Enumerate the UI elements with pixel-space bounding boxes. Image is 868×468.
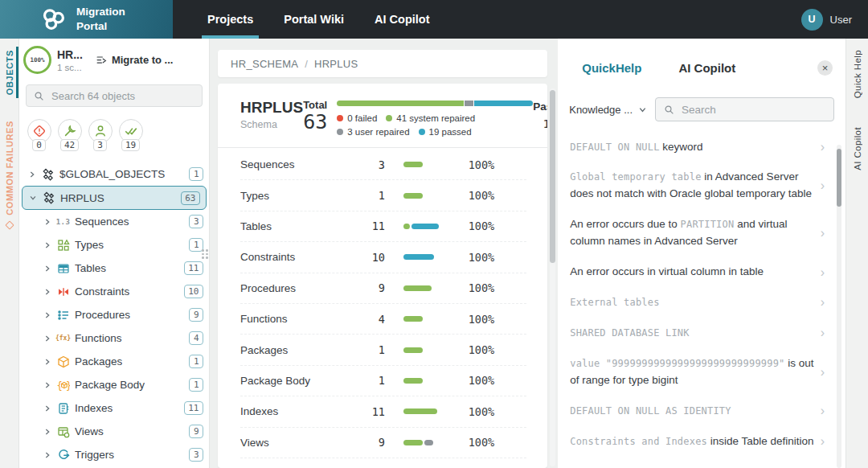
tree-item-label: Constraints xyxy=(75,285,129,298)
quickhelp-item[interactable]: External tables› xyxy=(570,288,825,318)
quickhelp-item[interactable]: An error occurs due to PARTITION and vir… xyxy=(570,210,825,257)
object-row-constraints[interactable]: Constraints10100% xyxy=(240,242,526,273)
object-count: 11 xyxy=(353,405,385,418)
object-type-label: Functions xyxy=(240,313,353,325)
object-row-views[interactable]: Views9100% xyxy=(240,428,526,458)
rail-tab-quick-help[interactable]: Quick Help xyxy=(853,50,862,98)
count-badge: 3 xyxy=(189,215,203,228)
quickhelp-item[interactable]: An error occurs in virtual column in tab… xyxy=(570,257,825,288)
quickhelp-item[interactable]: Constraints and Indexes inside Table def… xyxy=(570,426,825,457)
quickhelp-item[interactable]: value "9999999999999999999999999999" is … xyxy=(570,348,825,396)
progress-segment xyxy=(403,162,423,167)
chevron-right-icon[interactable] xyxy=(43,451,51,459)
progress-segment xyxy=(403,347,423,353)
tree-item-procedures[interactable]: Procedures9 xyxy=(19,303,209,326)
quickhelp-scrollbar-thumb[interactable] xyxy=(837,149,841,207)
quickhelp-item[interactable]: DEFAULT ON NULL AS IDENTITY› xyxy=(570,396,825,426)
close-panel-button[interactable]: × xyxy=(817,60,833,76)
quickhelp-search-input[interactable] xyxy=(680,103,825,117)
object-progress-bar xyxy=(403,285,432,291)
tree-item-hrplus[interactable]: HRPLUS63 xyxy=(22,186,207,210)
svg-text:}: } xyxy=(66,380,70,391)
quickhelp-item[interactable]: DEFAULT ON NULL keyword› xyxy=(570,132,825,162)
package-icon xyxy=(56,355,70,368)
tree-item-indexes[interactable]: Indexes11 xyxy=(19,396,209,420)
sequence-icon: 1.3 xyxy=(56,215,70,228)
chevron-right-icon[interactable] xyxy=(43,335,51,343)
tree-item-functions[interactable]: {fx}Functions4 xyxy=(19,326,209,350)
count-badge: 4 xyxy=(189,331,203,345)
sidebar-search[interactable] xyxy=(26,84,203,107)
chevron-right-icon[interactable] xyxy=(43,404,51,413)
chevron-right-icon[interactable] xyxy=(43,428,51,436)
quickhelp-search[interactable] xyxy=(655,97,834,121)
quickhelp-item[interactable]: Global temporary table in Advanced Serve… xyxy=(570,162,825,210)
count-badge: 1 xyxy=(189,378,203,392)
tree-item-label: HRPLUS xyxy=(60,192,104,204)
chevron-down-icon[interactable] xyxy=(29,194,37,202)
sidebar-resize-handle[interactable] xyxy=(202,249,208,259)
chevron-right-icon[interactable] xyxy=(43,381,51,389)
nav-tab-projects[interactable]: Projects xyxy=(192,0,268,39)
status-chip-failed[interactable]: 0 xyxy=(25,119,53,151)
tab-quickhelp[interactable]: QuickHelp xyxy=(582,61,641,75)
tree-item-tables[interactable]: Tables11 xyxy=(19,257,209,280)
tree-item-label: Views xyxy=(75,425,104,437)
tree-item-triggers[interactable]: Triggers3 xyxy=(19,443,209,466)
status-chip-passed[interactable]: 19 xyxy=(117,119,145,151)
tree-item-package-body[interactable]: {}Package Body1 xyxy=(19,373,209,396)
progress-segment xyxy=(403,224,410,229)
rail-tab-objects[interactable]: OBJECTS xyxy=(0,48,18,96)
status-count-passed: 19 xyxy=(121,139,140,151)
schema-subtitle: Schema xyxy=(240,119,303,130)
status-chip-user-repaired[interactable]: 3 xyxy=(86,119,114,151)
migrate-to-button[interactable]: Migrate to ... xyxy=(95,54,174,67)
sidebar-search-input[interactable] xyxy=(50,89,194,103)
chevron-right-icon[interactable] xyxy=(43,311,51,319)
project-subtitle: 1 sc... xyxy=(57,63,83,72)
project-meta: HR... 1 sc... xyxy=(57,48,83,72)
object-progress-bar xyxy=(403,347,423,353)
chevron-right-icon[interactable] xyxy=(43,218,51,226)
nav-tab-ai-copilot[interactable]: AI Copilot xyxy=(359,0,444,39)
tree-item-sequences[interactable]: 1.3Sequences3 xyxy=(19,210,209,233)
chevron-right-icon[interactable] xyxy=(43,288,51,296)
object-row-procedures[interactable]: Procedures9100% xyxy=(240,273,526,304)
status-count-system-repaired: 42 xyxy=(60,139,79,151)
tree-item-global-objects[interactable]: $GLOBAL_OBJECTS1 xyxy=(19,162,209,186)
tree-item-constraints[interactable]: Constraints10 xyxy=(19,280,209,303)
tab-ai-copilot[interactable]: AI Copilot xyxy=(678,61,735,75)
knowledge-dropdown[interactable]: Knowledge ... xyxy=(569,104,647,116)
object-count: 3 xyxy=(353,158,385,171)
total-block: Total 63 xyxy=(303,99,327,137)
tree-item-types[interactable]: Types1 xyxy=(19,233,209,257)
object-row-package-body[interactable]: Package Body1100% xyxy=(240,366,526,396)
plain-text: keyword xyxy=(660,141,703,153)
chevron-right-icon[interactable] xyxy=(43,265,51,273)
object-row-types[interactable]: Types1100% xyxy=(240,180,526,211)
object-row-indexes[interactable]: Indexes11100% xyxy=(240,396,526,427)
breadcrumb-schema[interactable]: HR_SCHEMA xyxy=(231,58,298,70)
status-chip-system-repaired[interactable]: 42 xyxy=(55,119,84,151)
rail-tab-common-failures[interactable]: COMMON FAILURES xyxy=(0,119,18,230)
passed-percent: 100% xyxy=(469,220,527,232)
object-row-packages[interactable]: Packages1100% xyxy=(240,335,526,365)
chevron-right-icon[interactable] xyxy=(43,241,51,249)
object-progress-bar xyxy=(403,316,423,322)
rail-tab-ai-copilot[interactable]: AI Copilot xyxy=(853,127,862,170)
object-row-sequences[interactable]: Sequences3100% xyxy=(240,150,526,180)
schema-icon xyxy=(42,191,55,205)
chevron-right-icon[interactable] xyxy=(28,170,36,179)
function-icon: {fx} xyxy=(56,331,70,345)
tree-item-packages[interactable]: Packages1 xyxy=(19,350,209,373)
tree-item-views[interactable]: Views9 xyxy=(19,420,209,443)
nav-tab-portal-wiki[interactable]: Portal Wiki xyxy=(268,0,359,39)
quickhelp-item-text: Constraints and Indexes inside Table def… xyxy=(570,433,815,450)
quickhelp-item-text: External tables xyxy=(570,294,815,311)
main-scrollbar-thumb[interactable] xyxy=(550,90,555,263)
object-row-functions[interactable]: Functions4100% xyxy=(240,304,526,335)
quickhelp-item[interactable]: SHARED DATABASE LINK› xyxy=(570,318,825,348)
chevron-right-icon[interactable] xyxy=(43,358,51,366)
user-avatar[interactable]: U xyxy=(801,9,823,31)
object-row-tables[interactable]: Tables11100% xyxy=(240,211,526,242)
